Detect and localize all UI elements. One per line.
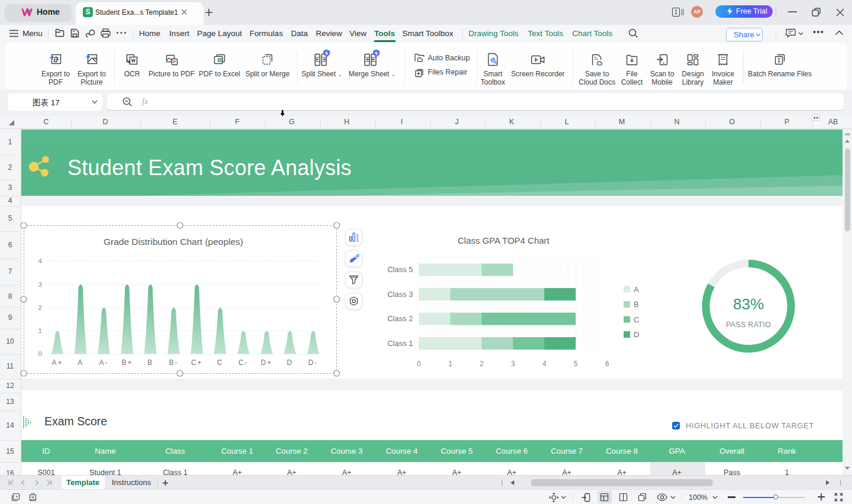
svg-text:P: P	[173, 59, 176, 64]
svg-text:VB: VB	[31, 493, 35, 495]
svg-text:S: S	[218, 59, 221, 62]
